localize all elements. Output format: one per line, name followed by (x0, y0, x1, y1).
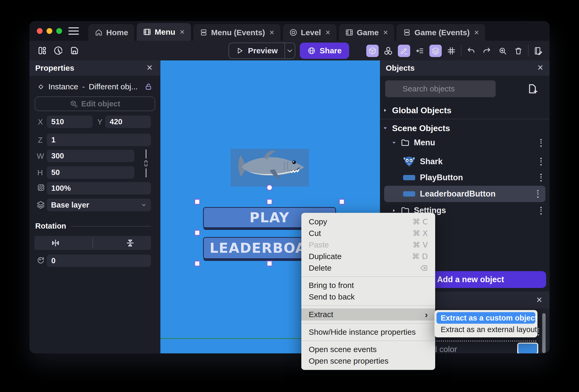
maximize-window-button[interactable] (56, 28, 62, 34)
scene-objects-header[interactable]: Scene Objects (380, 122, 550, 134)
shark-image (231, 149, 309, 187)
submenu-item-extract-custom-object[interactable]: Extract as a custom object (436, 312, 535, 324)
menu-item-send-to-back[interactable]: Send to back (301, 291, 435, 303)
menu-separator (301, 323, 435, 324)
delete-button[interactable] (512, 45, 525, 57)
tab-close-icon[interactable]: × (474, 28, 479, 37)
menu-item-delete[interactable]: Delete (301, 262, 435, 274)
tab-close-icon[interactable]: × (326, 28, 330, 37)
open-panels-icon[interactable] (37, 46, 47, 55)
menu-item-open-scene-properties[interactable]: Open scene properties (301, 355, 435, 367)
menu-item-cut[interactable]: Cut ⌘ X (301, 228, 435, 239)
selection-handle-bottom-center[interactable] (267, 261, 272, 266)
instances-panel-toggle[interactable] (382, 45, 394, 57)
grid-icon[interactable] (445, 45, 458, 57)
undo-button[interactable] (465, 45, 477, 57)
submenu-item-extract-external-layout[interactable]: Extract as an external layout (436, 324, 535, 335)
tab-menu[interactable]: Menu × (137, 23, 191, 41)
flip-horizontal-icon[interactable] (51, 238, 60, 248)
selection-handle-bottom-left[interactable] (194, 261, 200, 266)
add-object-folder-icon[interactable] (526, 83, 538, 95)
menu-item-duplicate[interactable]: Duplicate ⌘ D (301, 251, 435, 262)
selection-handle-top-center[interactable] (267, 199, 272, 205)
tree-row-leaderboardbutton[interactable]: LeaderboardButton (384, 186, 545, 202)
selection-handle-top-left[interactable] (194, 199, 200, 205)
tab-menu-events[interactable]: Menu (Events) × (193, 24, 281, 41)
preview-button[interactable]: Preview (228, 43, 295, 59)
drag-handle-icon[interactable] (539, 157, 543, 166)
grid-icon (447, 47, 456, 55)
tree-row-shark[interactable]: Shark (380, 155, 550, 168)
drag-handle-icon[interactable] (536, 190, 540, 198)
x-input[interactable] (47, 116, 93, 128)
history-icon[interactable] (53, 46, 63, 55)
object-groups-icon (415, 47, 424, 55)
background-color-swatch[interactable] (517, 343, 538, 353)
rotation-input[interactable] (47, 255, 151, 267)
menu-item-label: Send to back (309, 292, 355, 301)
folder-icon (401, 138, 410, 147)
tab-home[interactable]: Home (88, 24, 134, 41)
preview-button-main[interactable]: Preview (229, 46, 285, 55)
y-input[interactable] (105, 116, 151, 128)
layers-icon (431, 47, 440, 55)
menu-item-extract[interactable]: Extract › (301, 308, 435, 321)
menu-item-label: Open scene events (309, 345, 377, 354)
minimize-window-button[interactable] (47, 28, 52, 34)
menu-item-show-hide-instance-properties[interactable]: Show/Hide instance properties (301, 326, 435, 338)
tab-bar: Home Menu × Menu (Events) × Level × (29, 21, 550, 41)
menu-item-copy[interactable]: Copy ⌘ C (301, 216, 435, 228)
redo-button[interactable] (481, 45, 493, 57)
close-icon[interactable]: × (536, 294, 542, 306)
search-objects-input[interactable] (385, 80, 496, 97)
drag-handle-icon[interactable] (539, 173, 543, 182)
layers-panel-toggle[interactable] (429, 45, 442, 57)
main-menu-icon[interactable] (68, 27, 79, 35)
shark-sprite[interactable] (231, 149, 309, 187)
close-icon[interactable]: × (537, 62, 543, 73)
close-icon[interactable]: × (147, 62, 153, 73)
menu-item-open-scene-events[interactable]: Open scene events (301, 344, 435, 355)
global-objects-header[interactable]: Global Objects (380, 105, 550, 116)
rotate-handle[interactable] (266, 184, 273, 191)
unlock-icon[interactable] (145, 83, 153, 91)
properties-panel-toggle[interactable] (398, 45, 410, 57)
selection-handle-mid-left[interactable] (194, 230, 200, 236)
tree-row-playbutton[interactable]: PlayButton (380, 172, 550, 183)
share-button[interactable]: Share (300, 43, 349, 59)
link-width-height-toggle[interactable] (143, 149, 149, 177)
tab-game[interactable]: Game × (339, 24, 394, 41)
tab-close-icon[interactable]: × (383, 28, 388, 37)
w-input[interactable] (47, 150, 134, 162)
layers-scrollbar[interactable] (542, 313, 546, 353)
object-groups-icon[interactable] (414, 45, 426, 57)
tab-close-icon[interactable]: × (180, 28, 185, 36)
chevron-down-icon (286, 47, 293, 54)
h-input[interactable] (47, 166, 134, 179)
z-input[interactable] (47, 134, 151, 146)
menu-item-bring-to-front[interactable]: Bring to front (301, 280, 435, 291)
objects-panel-toggle[interactable] (366, 45, 379, 57)
tree-row-menu-folder[interactable]: Menu (380, 137, 550, 149)
save-icon[interactable] (69, 46, 79, 55)
drag-handle-icon[interactable] (539, 139, 543, 147)
tab-game-events[interactable]: Game (Events) × (397, 24, 485, 41)
preview-options-button[interactable] (285, 47, 295, 54)
zoom-in-button[interactable] (496, 45, 509, 57)
objects-panel-header: Objects × (380, 60, 550, 76)
tab-level[interactable]: Level × (283, 24, 337, 41)
tree-row-leaderboardbutton-selected[interactable]: LeaderboardButton (384, 186, 545, 202)
edit-scene-properties-icon[interactable] (532, 45, 544, 57)
notebook-edit-icon (534, 47, 542, 55)
close-window-button[interactable] (37, 28, 43, 34)
edit-object-button[interactable]: 2D Edit object (35, 96, 155, 111)
flip-vertical-icon[interactable] (125, 238, 135, 248)
layer-select[interactable]: Base layer (47, 199, 151, 211)
drag-handle-icon[interactable] (539, 207, 543, 215)
selection-handle-top-right[interactable] (339, 199, 345, 205)
menu-item-label: Extract (309, 310, 333, 319)
opacity-input[interactable] (47, 182, 151, 194)
objects-divider (380, 119, 550, 119)
tab-close-icon[interactable]: × (270, 28, 274, 37)
preview-label: Preview (248, 46, 278, 55)
